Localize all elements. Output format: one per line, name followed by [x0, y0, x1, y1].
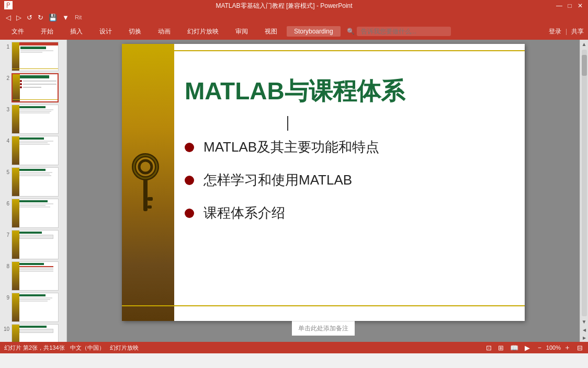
slide-panel[interactable]: 1 2 — [0, 40, 67, 342]
notes-placeholder: 单击此处添加备注 — [298, 324, 348, 333]
slide-content[interactable]: MATLAB及其主要功能和特点 怎样学习和使用MATLAB 课程体系介绍 — [185, 138, 514, 222]
notes-area[interactable]: 单击此处添加备注 — [292, 321, 355, 336]
slide-item-5[interactable]: 5 — [2, 167, 64, 197]
fit-slide-button[interactable]: ⊟ — [576, 344, 584, 352]
redo-button[interactable]: ↻ — [36, 14, 45, 21]
bullet-dot-1 — [185, 143, 194, 152]
language-status: 中文（中国） — [70, 344, 105, 352]
scroll-down-button[interactable]: ▼ — [580, 317, 588, 326]
zoom-level: 100% — [546, 344, 561, 351]
slide-count: 幻灯片 第2张，共134张 — [4, 344, 65, 352]
scroll-up-button[interactable]: ▲ — [580, 40, 588, 49]
close-button[interactable]: ✕ — [576, 2, 584, 9]
bottom-border — [122, 305, 525, 306]
presentation-status: 幻灯片放映 — [110, 344, 139, 352]
normal-view-button[interactable]: ⊡ — [485, 344, 493, 352]
share-button[interactable]: 共享 — [571, 27, 584, 36]
svg-point-1 — [139, 160, 152, 173]
slide-thumb-5[interactable] — [12, 167, 59, 197]
slide-canvas: MATLAB与课程体系 MATLAB及其主要功能和特点 怎样学习和使用MATLA… — [122, 44, 525, 321]
svg-rect-2 — [143, 177, 148, 211]
auth-area: 登录 | 共享 — [549, 27, 584, 36]
minimize-button[interactable]: — — [556, 2, 563, 9]
tab-design[interactable]: 设计 — [92, 26, 119, 38]
slide-number-4: 4 — [2, 138, 9, 144]
slide-item-8[interactable]: 8 — [2, 261, 64, 291]
slide-thumb-10[interactable] — [12, 324, 59, 342]
bullet-text-2: 怎样学习和使用MATLAB — [203, 171, 352, 189]
zoom-control: － 100% ＋ — [535, 343, 572, 352]
slide-thumb-9[interactable] — [12, 293, 59, 322]
tab-insert[interactable]: 插入 — [63, 26, 90, 38]
back-button[interactable]: ◁ — [4, 14, 13, 21]
tab-storyboarding[interactable]: Storyboarding — [287, 26, 341, 37]
tab-transitions[interactable]: 切换 — [121, 26, 149, 38]
slide-number-1: 1 — [2, 44, 9, 50]
window-controls[interactable]: — □ ✕ — [556, 2, 584, 9]
slide-item-1[interactable]: 1 — [2, 42, 64, 71]
slide-item-10[interactable]: 10 — [2, 324, 64, 342]
bullet-dot-2 — [185, 176, 194, 185]
forward-button[interactable]: ▷ — [15, 14, 23, 21]
window-title: MATLAB零基础入门教程 [兼容模式] - PowerPoint — [13, 2, 556, 10]
slide-sorter-button[interactable]: ⊞ — [497, 344, 505, 352]
main-layout: 1 2 — [0, 40, 588, 342]
slide-item-9[interactable]: 9 — [2, 293, 64, 322]
slideshow-button[interactable]: ▶ — [524, 344, 531, 352]
top-border — [122, 50, 525, 51]
bullet-item-1: MATLAB及其主要功能和特点 — [185, 138, 514, 156]
slide-edit-area[interactable]: MATLAB与课程体系 MATLAB及其主要功能和特点 怎样学习和使用MATLA… — [67, 40, 580, 342]
slide-item-3[interactable]: 3 — [2, 105, 64, 134]
reading-view-button[interactable]: 📖 — [509, 344, 519, 352]
slide-item-2[interactable]: 2 — [2, 73, 64, 102]
slide-left-image — [122, 44, 174, 321]
right-scrollbar[interactable]: ▲ ▼ ◀ ▶ — [580, 40, 588, 342]
tab-file[interactable]: 文件 — [4, 26, 31, 38]
slide-thumb-7[interactable] — [12, 230, 59, 259]
slide-item-4[interactable]: 4 — [2, 136, 64, 165]
slide-item-7[interactable]: 7 — [2, 230, 64, 259]
tab-review[interactable]: 审阅 — [228, 26, 255, 38]
zoom-in-button[interactable]: ＋ — [563, 343, 572, 352]
slide-thumb-4[interactable] — [12, 136, 59, 165]
login-button[interactable]: 登录 — [549, 27, 561, 36]
slide-number-5: 5 — [2, 169, 9, 175]
search-bar: 🔍 — [347, 27, 547, 36]
slide-number-9: 9 — [2, 295, 9, 301]
slide-number-2: 2 — [2, 75, 9, 81]
search-icon: 🔍 — [347, 28, 355, 35]
tab-animations[interactable]: 动画 — [151, 26, 178, 38]
slide-item-6[interactable]: 6 — [2, 199, 64, 228]
slide-title-text: MATLAB与课程体系 — [185, 77, 405, 105]
slide-thumb-8[interactable] — [12, 261, 59, 291]
slide-thumb-6[interactable] — [12, 199, 59, 228]
slide-thumb-1[interactable] — [12, 42, 59, 71]
scroll-track[interactable] — [582, 50, 587, 316]
slide-thumb-2[interactable] — [12, 73, 59, 102]
slide-number-7: 7 — [2, 232, 9, 238]
tab-slideshow[interactable]: 幻灯片放映 — [180, 26, 226, 38]
tab-view[interactable]: 视图 — [257, 26, 285, 38]
ribbon-tabs: 文件 开始 插入 设计 切换 动画 幻灯片放映 审阅 视图 Storyboard… — [0, 23, 588, 40]
scroll-thumb[interactable] — [582, 55, 587, 76]
slide-number-8: 8 — [2, 263, 9, 269]
scroll-next-page[interactable]: ▶ — [581, 334, 587, 342]
save-button[interactable]: 💾 — [47, 14, 59, 21]
slide-title[interactable]: MATLAB与课程体系 — [185, 75, 514, 108]
scroll-prev-page[interactable]: ◀ — [581, 326, 587, 334]
undo-button[interactable]: ↺ — [25, 14, 34, 21]
search-input[interactable] — [357, 27, 451, 36]
customize-qa-button[interactable]: ▼ — [61, 14, 71, 21]
zoom-out-button[interactable]: － — [535, 343, 544, 352]
tab-home[interactable]: 开始 — [33, 26, 61, 38]
bullet-item-3: 课程体系介绍 — [185, 204, 514, 222]
key-icon — [130, 151, 166, 214]
bullet-dot-3 — [185, 209, 194, 218]
maximize-button[interactable]: □ — [566, 2, 573, 9]
slide-thumb-3[interactable] — [12, 105, 59, 134]
slide-number-6: 6 — [2, 201, 9, 206]
quick-access-toolbar: ◁ ▷ ↺ ↻ 💾 ▼ Rit — [0, 12, 588, 23]
cursor — [287, 116, 288, 131]
bullet-text-3: 课程体系介绍 — [203, 204, 285, 222]
statusbar: 幻灯片 第2张，共134张 中文（中国） 幻灯片放映 ⊡ ⊞ 📖 ▶ － 100… — [0, 342, 588, 353]
